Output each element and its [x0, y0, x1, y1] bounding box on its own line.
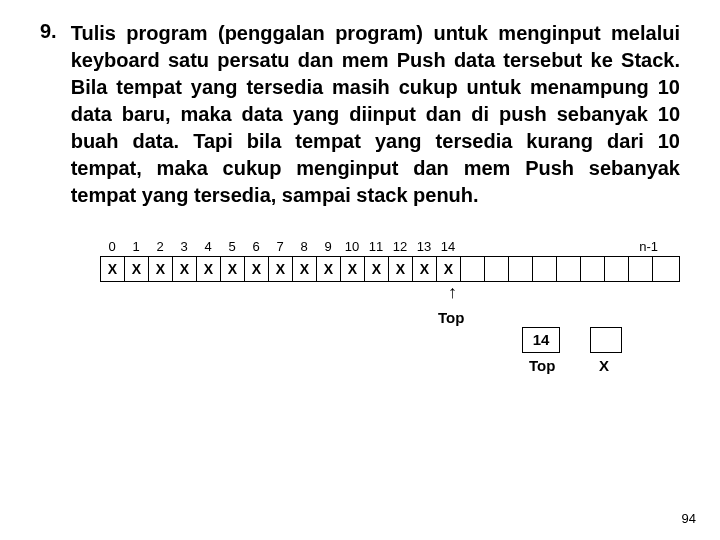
up-arrow-icon: ↑: [448, 283, 457, 301]
stack-cell: X: [197, 257, 221, 281]
index-label: 6: [244, 239, 268, 254]
index-label: 13: [412, 239, 436, 254]
stack-cell: [485, 257, 509, 281]
index-row: 0 1 2 3 4 5 6 7 8 9 10 11 12 13 14 n-1: [100, 239, 680, 254]
stack-cell: [581, 257, 605, 281]
stack-cell: X: [365, 257, 389, 281]
index-label: 11: [364, 239, 388, 254]
stack-cell: [509, 257, 533, 281]
question-block: 9. Tulis program (penggalan program) unt…: [40, 20, 680, 209]
top-value-box: 14: [522, 327, 560, 353]
question-number: 9.: [40, 20, 57, 43]
stack-cell: X: [221, 257, 245, 281]
index-label: 3: [172, 239, 196, 254]
stack-cell: [629, 257, 653, 281]
index-label: 4: [196, 239, 220, 254]
top-pointer-label: Top: [438, 309, 464, 326]
index-label: 14: [436, 239, 460, 254]
stack-cell: X: [293, 257, 317, 281]
stack-cell: [461, 257, 485, 281]
index-label: 5: [220, 239, 244, 254]
index-label: 10: [340, 239, 364, 254]
stack-cell: X: [101, 257, 125, 281]
stack-cell: X: [245, 257, 269, 281]
index-label: 2: [148, 239, 172, 254]
x-box-label: X: [599, 357, 609, 374]
stack-cell: X: [317, 257, 341, 281]
stack-cell: [653, 257, 676, 281]
index-label: 7: [268, 239, 292, 254]
stack-cell: [605, 257, 629, 281]
n-minus-1-label: n-1: [639, 239, 658, 254]
stack-cell: X: [389, 257, 413, 281]
page-number: 94: [682, 511, 696, 526]
stack-array: X X X X X X X X X X X X X X X: [100, 256, 680, 282]
x-value-box: [590, 327, 622, 353]
index-label: 8: [292, 239, 316, 254]
stack-cell: X: [149, 257, 173, 281]
stack-cell: X: [413, 257, 437, 281]
question-text: Tulis program (penggalan program) untuk …: [71, 20, 680, 209]
index-label: 0: [100, 239, 124, 254]
stack-cell: X: [125, 257, 149, 281]
stack-cell: X: [437, 257, 461, 281]
stack-cell: [533, 257, 557, 281]
index-label: 1: [124, 239, 148, 254]
stack-cell: [557, 257, 581, 281]
stack-cell: X: [269, 257, 293, 281]
index-label: 9: [316, 239, 340, 254]
top-box-label: Top: [529, 357, 555, 374]
stack-cell: X: [173, 257, 197, 281]
stack-diagram: 0 1 2 3 4 5 6 7 8 9 10 11 12 13 14 n-1 X…: [100, 239, 680, 282]
stack-cell: X: [341, 257, 365, 281]
index-label: 12: [388, 239, 412, 254]
